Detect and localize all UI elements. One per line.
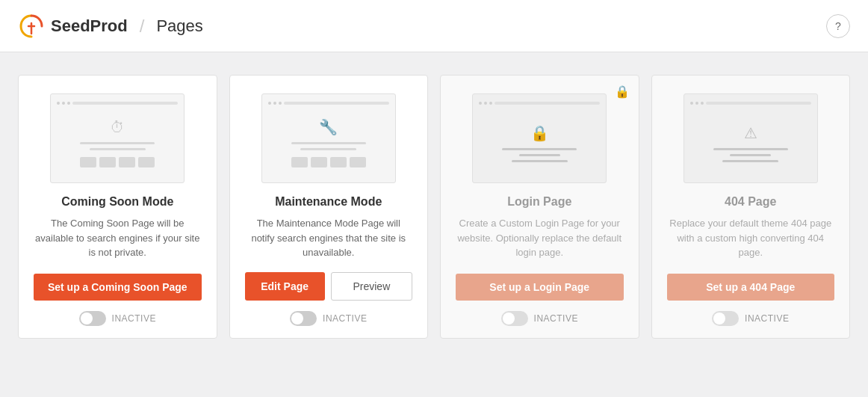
coming-soon-desc: The Coming Soon Page will be available t…	[34, 216, 202, 262]
header: SeedProd / Pages ?	[0, 0, 868, 52]
maintenance-preview-icon: 🔧	[319, 118, 338, 136]
404-preview-icon: ⚠	[744, 124, 757, 142]
maintenance-desc: The Maintenance Mode Page will notify se…	[245, 216, 413, 260]
maintenance-preview-button[interactable]: Preview	[331, 272, 412, 301]
maintenance-edit-button[interactable]: Edit Page	[245, 272, 325, 301]
maintenance-toggle[interactable]	[290, 311, 317, 326]
login-preview-icon: 🔒	[530, 124, 549, 142]
logo-text: SeedProd	[51, 16, 128, 36]
404-preview: ⚠	[683, 93, 818, 183]
lock-badge-icon: 🔒	[615, 84, 630, 99]
coming-soon-preview: ⏱	[50, 93, 185, 183]
404-status-row: INACTIVE	[712, 311, 789, 326]
404-toggle[interactable]	[712, 311, 739, 326]
login-card: 🔒 🔒 Login Page Create a Custom Login Pag…	[440, 75, 639, 339]
login-title: Login Page	[507, 195, 571, 209]
coming-soon-setup-button[interactable]: Set up a Coming Soon Page	[34, 274, 202, 301]
coming-soon-status-row: INACTIVE	[79, 311, 156, 326]
maintenance-button-row: Edit Page Preview	[245, 272, 413, 301]
login-status-row: INACTIVE	[501, 311, 578, 326]
main-content: ⏱ Coming Soon Mode The Coming Soon Page …	[0, 52, 868, 361]
login-toggle[interactable]	[501, 311, 528, 326]
maintenance-status-row: INACTIVE	[290, 311, 367, 326]
header-left: SeedProd / Pages	[18, 13, 203, 40]
login-status: INACTIVE	[534, 313, 578, 324]
404-title: 404 Page	[725, 195, 776, 209]
maintenance-status: INACTIVE	[323, 313, 367, 324]
seedprod-logo-icon	[18, 13, 45, 40]
login-preview: 🔒	[472, 93, 607, 183]
page-title: Pages	[156, 16, 202, 36]
login-desc: Create a Custom Login Page for your webs…	[456, 216, 624, 262]
coming-soon-title: Coming Soon Mode	[61, 195, 173, 209]
coming-soon-toggle[interactable]	[79, 311, 106, 326]
maintenance-title: Maintenance Mode	[275, 195, 382, 209]
coming-soon-status: INACTIVE	[112, 313, 156, 324]
header-divider: /	[140, 16, 145, 37]
logo: SeedProd	[18, 13, 128, 40]
404-status: INACTIVE	[745, 313, 789, 324]
maintenance-card: 🔧 Maintenance Mode The Maintenance Mode …	[229, 75, 429, 339]
login-setup-button[interactable]: Set up a Login Page	[456, 274, 624, 301]
help-button[interactable]: ?	[826, 14, 850, 38]
coming-soon-card: ⏱ Coming Soon Mode The Coming Soon Page …	[18, 75, 217, 339]
coming-soon-preview-icon: ⏱	[110, 119, 125, 136]
cards-grid: ⏱ Coming Soon Mode The Coming Soon Page …	[18, 75, 850, 339]
404-setup-button[interactable]: Set up a 404 Page	[667, 274, 835, 301]
404-desc: Replace your default theme 404 page with…	[667, 216, 835, 262]
maintenance-preview: 🔧	[261, 93, 396, 183]
404-card: ⚠ 404 Page Replace your default theme 40…	[651, 75, 851, 339]
